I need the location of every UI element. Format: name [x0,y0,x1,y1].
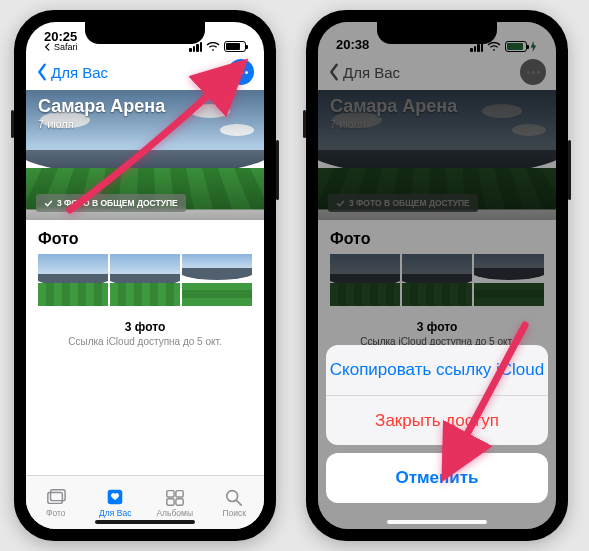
status-back-app[interactable]: Safari [54,42,78,52]
shared-badge-text: 3 ФОТО В ОБЩЕМ ДОСТУПЕ [57,198,178,208]
cancel-button[interactable]: Отменить [326,453,548,503]
thumbnail[interactable] [182,254,252,306]
thumbnail[interactable] [110,254,180,306]
svg-rect-6 [176,499,183,505]
notch [85,22,205,44]
photo-count: 3 фото [26,320,264,334]
tab-label: Фото [46,508,66,518]
screen: 20:25 Safari Для Вас [26,22,264,529]
tab-search[interactable]: Поиск [205,476,265,529]
back-button[interactable]: Для Вас [36,63,108,81]
photos-tab-icon [45,487,67,507]
stop-sharing-button[interactable]: Закрыть доступ [326,395,548,445]
screen: 20:38 Для Вас [318,22,556,529]
tab-photos[interactable]: Фото [26,476,86,529]
hero-subtitle: 7 июля [38,118,74,130]
thumbnail[interactable] [38,254,108,306]
svg-rect-4 [176,491,183,497]
chevron-left-icon [36,63,48,81]
status-time: 20:25 Safari [44,30,78,52]
section-title: Фото [26,220,264,254]
status-right [189,41,246,52]
wifi-icon [206,42,220,52]
link-expiry: Ссылка iCloud доступна до 5 окт. [26,336,264,347]
tab-label: Поиск [222,508,246,518]
checkmark-icon [44,199,53,208]
tab-label: Для Вас [99,508,131,518]
svg-rect-5 [167,499,174,505]
phone-right: 20:38 Для Вас [306,10,568,541]
hero-image[interactable]: Самара Арена 7 июля 3 ФОТО В ОБЩЕМ ДОСТУ… [26,90,264,220]
albums-tab-icon [164,487,186,507]
more-button[interactable] [228,59,254,85]
home-indicator[interactable] [95,520,195,524]
shared-badge: 3 ФОТО В ОБЩЕМ ДОСТУПЕ [36,194,186,212]
svg-point-7 [227,491,238,502]
for-you-tab-icon [104,487,126,507]
action-sheet: Скопировать ссылку iCloud Закрыть доступ [326,345,548,445]
home-indicator[interactable] [387,520,487,524]
thumbnail-row [26,254,264,306]
chevron-left-icon [44,43,52,51]
hero-title: Самара Арена [38,96,165,117]
phone-left: 20:25 Safari Для Вас [14,10,276,541]
search-tab-icon [223,487,245,507]
back-label: Для Вас [51,64,108,81]
svg-rect-3 [167,491,174,497]
nav-bar: Для Вас [26,54,264,90]
copy-icloud-link-button[interactable]: Скопировать ссылку iCloud [326,345,548,395]
action-sheet-backdrop[interactable]: Скопировать ссылку iCloud Закрыть доступ… [318,22,556,529]
notch [377,22,497,44]
battery-icon [224,41,246,52]
tab-label: Альбомы [156,508,193,518]
ellipsis-icon [235,71,248,74]
